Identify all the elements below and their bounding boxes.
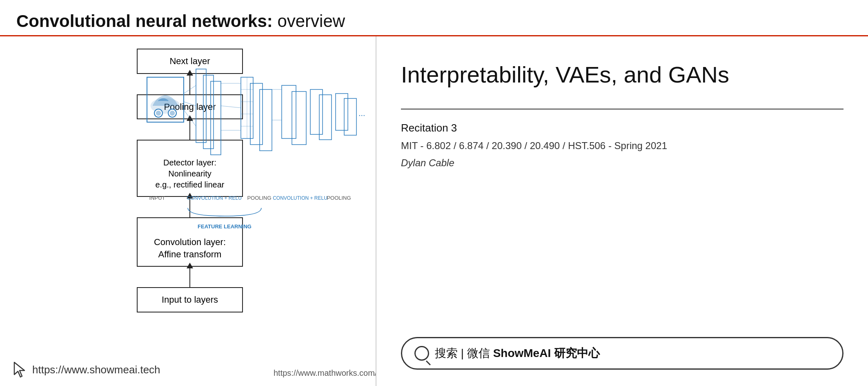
svg-text:POOLING: POOLING xyxy=(247,195,271,201)
svg-text:CONVOLUTION + RELU: CONVOLUTION + RELU xyxy=(273,195,327,201)
svg-point-4 xyxy=(156,111,160,115)
svg-text:...: ... xyxy=(358,109,365,118)
header: Convolutional neural networks: overview xyxy=(0,0,868,36)
search-icon xyxy=(414,346,429,361)
arrow-4 xyxy=(189,267,190,287)
cursor-icon xyxy=(12,361,26,378)
input-layer-box: Input to layers xyxy=(137,287,243,312)
slide-divider xyxy=(401,109,844,109)
svg-marker-38 xyxy=(14,362,24,377)
svg-rect-7 xyxy=(203,75,214,149)
content-area: Next layer Pooling layer Detector layer:… xyxy=(0,36,868,386)
slide-title: Interpretability, VAEs, and GANs xyxy=(401,61,844,88)
main-container: Convolutional neural networks: overview … xyxy=(0,0,868,386)
page-title: Convolutional neural networks: overview xyxy=(16,11,852,31)
svg-line-16 xyxy=(221,106,241,108)
svg-rect-30 xyxy=(344,98,356,135)
right-panel: Interpretability, VAEs, and GANs Recitat… xyxy=(376,36,868,386)
svg-rect-6 xyxy=(196,69,206,143)
svg-rect-23 xyxy=(282,85,296,138)
slide-recitation: Recitation 3 xyxy=(401,122,844,134)
search-bar[interactable]: 搜索 | 微信 ShowMeAI 研究中心 xyxy=(401,337,844,370)
url-left: https://www.showmeai.tech xyxy=(32,364,160,376)
slide-author: Dylan Cable xyxy=(401,157,844,169)
svg-text:INPUT: INPUT xyxy=(149,195,165,201)
svg-point-5 xyxy=(170,111,174,115)
cnn-svg: ... INPUT CONVOLUTION + RELU POOLING CON… xyxy=(143,53,376,257)
left-panel: Next layer Pooling layer Detector layer:… xyxy=(0,36,376,386)
svg-text:POOLING: POOLING xyxy=(327,195,351,201)
svg-line-9 xyxy=(184,85,196,94)
svg-rect-28 xyxy=(319,95,332,140)
svg-line-10 xyxy=(184,102,196,106)
slide-course: MIT - 6.802 / 6.874 / 20.390 / 20.490 / … xyxy=(401,140,844,152)
svg-rect-8 xyxy=(211,81,221,155)
svg-text:CONVOLUTION + RELU: CONVOLUTION + RELU xyxy=(187,195,242,201)
search-text: 搜索 | 微信 ShowMeAI 研究中心 xyxy=(435,346,600,361)
svg-text:FEATURE LEARNING: FEATURE LEARNING xyxy=(198,223,251,230)
svg-rect-29 xyxy=(336,94,348,130)
cnn-diagram: ... INPUT CONVOLUTION + RELU POOLING CON… xyxy=(143,53,376,265)
svg-line-11 xyxy=(184,110,196,126)
footer-left: https://www.showmeai.tech xyxy=(12,361,160,378)
svg-rect-27 xyxy=(310,89,323,134)
svg-rect-14 xyxy=(260,89,272,151)
svg-rect-24 xyxy=(292,91,306,145)
